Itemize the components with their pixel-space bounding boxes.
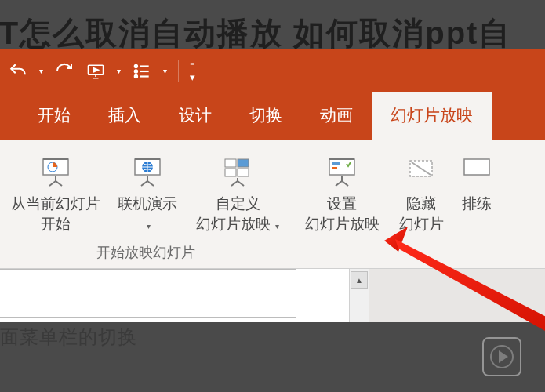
undo-icon[interactable] [8, 61, 28, 82]
chevron-down-icon: ▾ [273, 222, 279, 230]
slide-edit-area[interactable] [369, 269, 545, 322]
svg-line-25 [238, 181, 244, 186]
hide-slide-button[interactable]: 隐藏 幻灯片 [390, 150, 452, 238]
svg-rect-22 [238, 169, 249, 176]
svg-rect-20 [225, 169, 236, 176]
redo-icon[interactable] [54, 61, 74, 82]
svg-point-3 [135, 70, 137, 72]
svg-rect-19 [225, 159, 236, 167]
tab-slideshow[interactable]: 幻灯片放映 [372, 92, 492, 140]
svg-rect-35 [464, 159, 489, 175]
from-current-slide-button[interactable]: 从当前幻灯片 开始 [6, 150, 105, 238]
svg-line-12 [56, 181, 62, 186]
list-dropdown-icon[interactable]: ▾ [163, 67, 167, 75]
svg-line-31 [336, 181, 342, 186]
group-label-setup [395, 238, 399, 263]
svg-rect-27 [332, 162, 340, 165]
svg-rect-29 [329, 158, 354, 160]
group-label-start-slideshow: 开始放映幻灯片 [96, 238, 195, 265]
custom-slideshow-button[interactable]: 自定义 幻灯片放映 ▾ [190, 150, 285, 238]
rehearse-label: 排练 [462, 194, 492, 214]
tab-home[interactable]: 开始 [19, 92, 89, 140]
setup-slideshow-icon [325, 154, 359, 189]
ribbon-tabs: 开始 插入 设计 切换 动画 幻灯片放映 [0, 93, 545, 140]
setup-slideshow-label: 设置 幻灯片放映 [305, 194, 380, 234]
chevron-down-icon: ▾ [147, 222, 151, 230]
custom-slideshow-icon [220, 154, 255, 189]
svg-rect-15 [135, 158, 160, 160]
rehearse-button[interactable]: 排练 [457, 150, 496, 238]
svg-point-1 [135, 64, 137, 67]
powerpoint-window: ▾ ▾ ▾ ⁼▾ 开始 插入 设计 切换 动画 幻灯片放映 [0, 49, 545, 322]
content-area: ▲ [0, 269, 545, 322]
svg-line-11 [49, 181, 56, 186]
rehearse-icon [460, 154, 494, 189]
svg-point-5 [135, 74, 137, 77]
present-online-button[interactable]: 联机演示▾ [110, 150, 185, 238]
customize-qat-icon[interactable]: ⁼▾ [190, 60, 195, 83]
scroll-up-icon[interactable]: ▲ [351, 271, 368, 289]
thumbnail-scrollbar[interactable]: ▲ [350, 269, 369, 322]
svg-line-17 [141, 181, 147, 186]
svg-line-32 [342, 181, 348, 186]
hide-slide-icon [404, 154, 438, 189]
tab-insert[interactable]: 插入 [89, 92, 160, 140]
quick-access-toolbar: ▾ ▾ ▾ ⁼▾ [0, 49, 545, 93]
list-icon[interactable] [132, 61, 152, 82]
ribbon-group-start-slideshow: 从当前幻灯片 开始 联机演示▾ 自定义 幻灯片放映 ▾ 开始放映幻灯片 [0, 150, 292, 265]
tab-transitions[interactable]: 切换 [231, 92, 301, 140]
svg-line-24 [231, 181, 238, 186]
ribbon-group-setup: 设置 幻灯片放映 隐藏 幻灯片 排练 [292, 150, 503, 265]
custom-slideshow-label: 自定义 幻灯片放映 ▾ [196, 194, 279, 234]
thumbnail-pane[interactable] [0, 269, 350, 322]
svg-rect-21 [238, 159, 249, 167]
slide-thumbnail[interactable] [0, 269, 296, 318]
start-from-beginning-icon[interactable] [85, 61, 106, 82]
background-caption: 面菜单栏的切换 [0, 325, 137, 350]
svg-rect-9 [43, 158, 68, 160]
from-current-slide-label: 从当前幻灯片 开始 [11, 194, 100, 234]
hide-slide-label: 隐藏 幻灯片 [399, 194, 444, 234]
start-dropdown-icon[interactable]: ▾ [117, 67, 121, 75]
qat-separator [178, 60, 179, 82]
undo-dropdown-icon[interactable]: ▾ [39, 67, 43, 75]
ribbon-content: 从当前幻灯片 开始 联机演示▾ 自定义 幻灯片放映 ▾ 开始放映幻灯片 [0, 140, 545, 269]
play-video-icon [482, 337, 521, 376]
tab-design[interactable]: 设计 [160, 92, 231, 140]
present-online-icon [130, 154, 165, 189]
tab-animations[interactable]: 动画 [301, 92, 372, 140]
setup-slideshow-button[interactable]: 设置 幻灯片放映 [299, 150, 385, 238]
present-online-label: 联机演示▾ [118, 194, 177, 234]
svg-line-18 [147, 181, 154, 186]
svg-rect-28 [332, 167, 337, 169]
from-current-slide-icon [38, 154, 73, 189]
